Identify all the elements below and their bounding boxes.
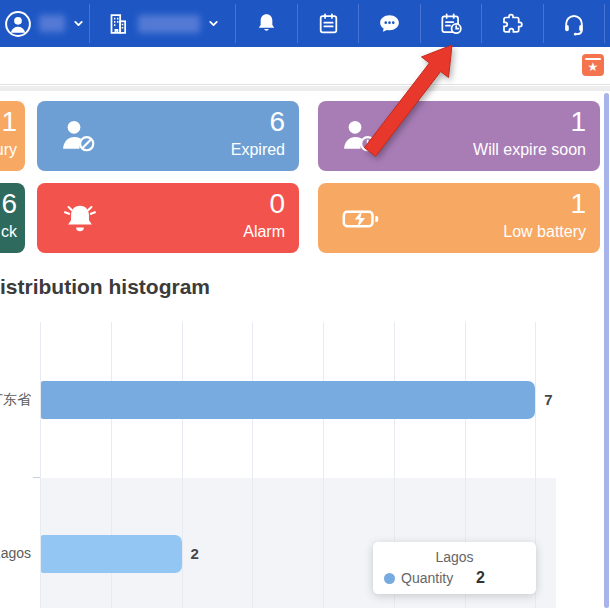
stat-card-clipped-1[interactable]: 1 ury bbox=[0, 101, 25, 171]
bell-icon bbox=[254, 11, 279, 36]
org-menu[interactable] bbox=[89, 0, 235, 47]
x-gridline bbox=[252, 322, 253, 608]
app-window: ★ 1 ury 6 Expired 1 Will bbox=[0, 0, 610, 608]
stat-label: Alarm bbox=[243, 222, 285, 242]
stat-label: Low battery bbox=[503, 222, 586, 242]
tasks-button[interactable] bbox=[297, 0, 359, 47]
support-button[interactable] bbox=[543, 0, 604, 47]
stat-value: 6 bbox=[269, 106, 285, 138]
battery-charging-icon bbox=[340, 198, 380, 238]
tooltip-series-name: Quantity bbox=[401, 570, 453, 586]
user-avatar-icon bbox=[4, 10, 32, 38]
bar-quantity[interactable] bbox=[41, 535, 182, 573]
nav-divider bbox=[604, 4, 605, 43]
top-navbar bbox=[0, 0, 610, 47]
headset-icon bbox=[561, 11, 587, 37]
messages-button[interactable] bbox=[358, 0, 420, 47]
bar-value-label: 2 bbox=[191, 545, 199, 563]
stat-value: 6 bbox=[1, 188, 17, 220]
tooltip-value: 2 bbox=[476, 569, 485, 587]
stat-value: 1 bbox=[570, 106, 586, 138]
category-label: 广东省 bbox=[0, 391, 31, 408]
calendar-clock-icon bbox=[438, 11, 464, 37]
org-name-redacted bbox=[138, 15, 200, 33]
stat-value: 1 bbox=[1, 106, 17, 138]
stat-card-alarm[interactable]: 0 Alarm bbox=[37, 183, 299, 253]
stat-label: ury bbox=[0, 140, 17, 160]
favorite-tab-button[interactable]: ★ bbox=[582, 54, 604, 76]
bar-value-label: 7 bbox=[544, 391, 552, 409]
chat-icon bbox=[377, 11, 402, 36]
stat-card-expired[interactable]: 6 Expired bbox=[37, 101, 299, 171]
category-label: Lagos bbox=[0, 545, 31, 562]
plugins-button[interactable] bbox=[481, 0, 543, 47]
notifications-button[interactable] bbox=[235, 0, 297, 47]
stat-label: ck bbox=[1, 222, 17, 242]
tooltip-category: Lagos bbox=[373, 549, 536, 565]
bar-quantity[interactable] bbox=[41, 381, 535, 419]
schedule-button[interactable] bbox=[420, 0, 482, 47]
chart-tooltip: Lagos Quantity 2 bbox=[373, 542, 536, 594]
series-marker-icon bbox=[384, 573, 395, 584]
vertical-scrollbar[interactable] bbox=[604, 93, 609, 608]
stat-card-will-expire[interactable]: 1 Will expire soon bbox=[318, 101, 600, 171]
stat-card-low-battery[interactable]: 1 Low battery bbox=[318, 183, 600, 253]
page-divider bbox=[0, 86, 610, 91]
user-clock-icon bbox=[340, 116, 380, 156]
star-icon: ★ bbox=[582, 60, 604, 74]
chart-title: istribution histogram bbox=[0, 275, 210, 299]
user-menu[interactable] bbox=[0, 0, 89, 47]
user-blocked-icon bbox=[59, 116, 99, 156]
stat-value: 0 bbox=[269, 188, 285, 220]
x-gridline bbox=[182, 322, 183, 608]
stat-label: Will expire soon bbox=[473, 140, 586, 160]
chevron-down-icon bbox=[207, 17, 220, 30]
puzzle-icon bbox=[499, 11, 525, 37]
stat-card-clipped-2[interactable]: 6 ck bbox=[0, 183, 25, 253]
stat-label: Expired bbox=[231, 140, 285, 160]
stat-value: 1 bbox=[570, 188, 586, 220]
clipboard-icon bbox=[316, 11, 341, 36]
tab-bar: ★ bbox=[0, 47, 610, 85]
user-name-redacted bbox=[39, 15, 65, 32]
alarm-bell-icon bbox=[59, 198, 99, 238]
axis-tick bbox=[33, 477, 40, 478]
x-gridline bbox=[323, 322, 324, 608]
chevron-down-icon bbox=[72, 17, 85, 30]
building-icon bbox=[105, 11, 131, 37]
